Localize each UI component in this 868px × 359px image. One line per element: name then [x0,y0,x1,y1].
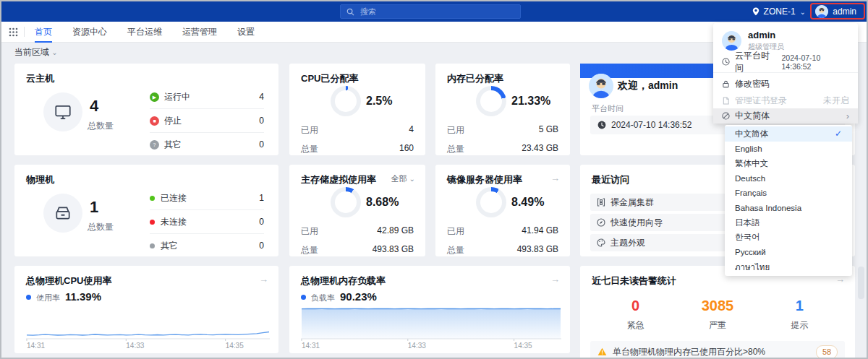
language-option-ko[interactable]: 한국어 [725,230,852,246]
legend-label: 使用率 [36,293,60,303]
status-row[interactable]: ▶ 运行中 4 [150,85,264,109]
used-row: 已用4 [301,124,414,137]
apps-grid-icon[interactable] [9,27,18,37]
status-row[interactable]: ? 其它 0 [150,133,264,156]
avatar [589,74,613,98]
status-row[interactable]: 未连接 0 [150,210,264,234]
vm-total-label: 总数量 [88,120,114,132]
search-icon [346,8,354,16]
storage-filter-dropdown[interactable]: 全部 ⌄ [391,173,415,184]
used-row: 已用41.94 GB [447,225,558,238]
status-label: 其它 [164,139,182,151]
chevron-down-icon[interactable]: ⌄ [800,8,806,16]
chevron-right-icon: › [846,111,849,121]
language-option-ru[interactable]: Русский [725,245,852,260]
image-server-donut-chart [476,187,506,217]
vm-monitor-icon [43,92,82,131]
used-row: 已用5 GB [447,124,558,137]
language-option-fr[interactable]: Français [725,186,852,201]
platform-time-label: 平台时间 [592,103,624,114]
card-title: 内存已分配率 [447,72,503,85]
language-menu-item[interactable]: 中文简体 › [713,108,858,124]
host-status-list: 已连接 1 未连接 0 其它 0 [150,186,264,257]
user-info-block: admin 超级管理员 [722,30,784,52]
tab-platform-ops[interactable]: 平台运维 [127,22,162,43]
tab-settings[interactable]: 设置 [237,22,255,43]
host-overview-card: 物理机 1 总数量 已连接 1 未连接 0 其它 0 [14,165,278,256]
clock-icon [597,121,606,129]
stat-info: 1 提示 [759,298,841,332]
change-password-item[interactable]: 修改密码 [713,76,858,92]
detail-arrow-icon[interactable]: → [259,274,268,285]
current-region-selector[interactable]: 当前区域 ⌄ [14,46,58,59]
stopped-status-icon: ■ [150,116,159,126]
alert-text: 单台物理机物理内存已使用百分比>80% [613,346,810,358]
svg-text:14:31: 14:31 [27,342,45,350]
primary-storage-donut-chart [331,187,361,217]
language-option-de[interactable]: Deutsch [725,171,852,186]
tab-operation-mgmt[interactable]: 运营管理 [182,22,217,43]
chevron-down-icon: ⌄ [409,175,415,183]
platform-time-value: 2024-07-10 14:36:52 [611,120,692,130]
annotation-highlight-box [810,3,865,20]
host-memory-load-chart-card: 总物理机内存负载率 → 负载率 90.23% 14:3114:3314:35 [289,266,570,353]
total-row: 总量160 [301,143,414,155]
search-input[interactable] [359,7,514,17]
alarm-alert-row[interactable]: 单台物理机物理内存已使用百分比>80% 58 [590,341,845,359]
stat-label: 严重 [676,319,758,332]
memory-percent-value: 21.33% [511,95,550,108]
change-password-label: 修改密码 [735,78,770,90]
running-status-icon: ▶ [150,92,159,102]
legend-dot [26,295,31,300]
host-server-icon [43,194,82,233]
status-label: 运行中 [164,91,190,103]
legend-label: 负载率 [311,293,335,303]
legend-value: 11.39% [65,290,101,303]
status-value: 0 [259,241,264,251]
language-option-th[interactable]: ภาษาไทย [725,260,852,275]
baremetal-cluster-icon [597,198,605,207]
storage-percent-value: 8.68% [366,196,399,209]
other-dot-icon [150,243,155,248]
status-row[interactable]: ■ 停止 0 [150,109,264,133]
app-window: ZONE-1 ⌄ admin 首页 资源中心 平台运维 运营管理 设置 当前区域… [0,0,868,359]
connected-dot-icon [150,196,155,201]
tab-resource-center[interactable]: 资源中心 [72,22,107,43]
language-option-en[interactable]: English [725,142,852,157]
nav-divider [24,27,25,37]
language-current-label: 中文简体 [735,110,770,122]
language-option-zh-tw[interactable]: 繁体中文 [725,156,852,171]
tab-home[interactable]: 首页 [35,22,52,43]
status-row[interactable]: 已连接 1 [150,186,264,210]
status-label: 未连接 [161,216,187,228]
language-option-ja[interactable]: 日本語 [725,215,852,230]
stat-value: 1 [759,298,841,314]
status-value: 0 [259,217,264,227]
language-option-id[interactable]: Bahasa Indonesia [725,201,852,216]
host-total-label: 总数量 [88,221,114,233]
cert-login-item[interactable]: 管理证书登录 未开启 [713,92,858,109]
clock-icon [722,58,730,66]
scrollbar-thumb[interactable] [858,267,864,299]
status-value: 4 [259,92,264,102]
recent-item-label: 主题外观 [610,237,645,249]
vm-total-count: 4 [90,97,98,116]
detail-arrow-icon[interactable]: → [550,274,560,285]
language-option-zh-cn[interactable]: 中文简体 ✓ [725,126,852,142]
host-total-count: 1 [90,198,98,217]
cpu-allocation-card: CPU已分配率 2.5% 已用4 总量160 [289,64,425,155]
detail-arrow-icon[interactable]: → [550,173,560,183]
location-pin-icon [752,7,760,16]
palette-icon [597,238,605,247]
cpu-donut-chart [331,86,361,116]
svg-text:14:33: 14:33 [408,342,426,350]
zone-selector-label[interactable]: ZONE-1 [764,7,796,17]
total-row: 总量493.83 GB [301,244,414,256]
card-title: 总物理机内存负载率 [301,274,386,287]
global-search[interactable] [340,4,521,19]
stat-severe: 3085 严重 [676,298,758,332]
chevron-down-icon: ⌄ [51,48,57,56]
card-title: CPU已分配率 [301,72,358,85]
header-right-group: ZONE-1 ⌄ [752,1,806,22]
status-row[interactable]: 其它 0 [150,234,264,257]
